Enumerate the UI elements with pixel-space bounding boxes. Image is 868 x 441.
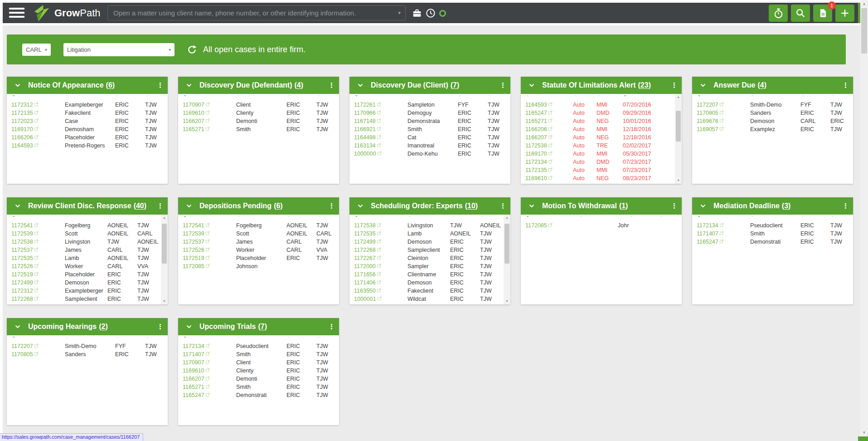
external-link-icon[interactable] [377,288,381,292]
sort-caret-icon[interactable]: ˆ [316,217,339,220]
chevron-down-icon[interactable] [15,83,20,87]
external-link-icon[interactable] [34,118,39,122]
panel-count-link[interactable]: (4) [757,81,766,89]
case-number-link[interactable]: 1170907 [183,359,204,366]
external-link-icon[interactable] [206,102,210,106]
advanced-search-button[interactable] [791,5,810,22]
sort-caret-icon[interactable]: ˆ [750,96,800,100]
chevron-down-icon[interactable] [15,325,20,328]
case-number-link[interactable]: 1166206 [525,126,547,132]
clock-icon[interactable] [426,8,436,18]
external-link-icon[interactable] [377,127,381,131]
external-link-icon[interactable] [206,231,210,235]
panel-count-link[interactable]: (6) [274,202,283,210]
kebab-menu-icon[interactable]: ⋮ [671,80,678,90]
case-number-link[interactable]: 1172268 [11,296,33,302]
case-number-link[interactable]: 1165247 [697,239,718,245]
panel-count-link[interactable]: (23) [638,81,651,89]
case-number-link[interactable]: 1172134 [525,159,547,165]
case-number-link[interactable]: 1172526 [11,263,33,270]
sort-caret-icon[interactable]: ˇ [354,217,407,220]
panel-count-link[interactable]: (4) [295,81,304,89]
case-number-link[interactable]: 1171656 [354,271,376,278]
case-number-link[interactable]: 1170805 [697,110,718,116]
sort-caret-icon[interactable]: ˆ [596,96,623,100]
matter-search-input[interactable] [107,5,406,20]
sort-caret-icon[interactable]: ˆ [525,96,573,100]
kebab-menu-icon[interactable]: ⋮ [157,80,164,90]
sort-caret-icon[interactable]: ˆ [579,217,629,220]
external-link-icon[interactable] [377,255,381,260]
chevron-down-icon[interactable] [358,204,363,208]
panel-scrollbar[interactable]: ▲▼ [675,94,682,184]
status-circle-icon[interactable] [439,10,446,17]
external-link-icon[interactable] [34,135,39,139]
briefcase-icon[interactable] [412,8,422,18]
practice-area-select[interactable]: Litigation ▾ [63,43,175,56]
case-number-link[interactable]: 1172267 [354,255,376,261]
case-number-link[interactable]: 1172000 [354,263,376,270]
external-link-icon[interactable] [377,102,381,106]
external-link-icon[interactable] [206,247,210,251]
panel-count-link[interactable]: (2) [99,323,108,331]
external-link-icon[interactable] [206,352,210,356]
external-link-icon[interactable] [206,127,210,131]
external-link-icon[interactable] [377,143,381,147]
sort-caret-icon[interactable]: ˇ [697,217,750,220]
kebab-menu-icon[interactable]: ⋮ [499,80,506,90]
chevron-down-icon[interactable] [700,204,706,208]
panel-scrollbar[interactable]: ▲▼ [161,215,168,304]
sort-caret-icon[interactable]: ˆ [286,217,316,220]
case-number-link[interactable]: 1164593 [525,102,547,108]
case-number-link[interactable]: 1172085 [183,263,204,270]
sort-caret-icon[interactable]: ˆ [286,338,316,341]
sort-caret-icon[interactable]: ˇ [697,96,750,100]
external-link-icon[interactable] [377,264,381,268]
case-number-link[interactable]: 1166207 [183,376,204,382]
case-number-link[interactable]: 1172537 [11,247,33,253]
sort-caret-icon[interactable]: ˆ [236,217,286,220]
panel-count-link[interactable]: (7) [451,81,460,89]
case-number-link[interactable]: 1172499 [11,279,33,286]
external-link-icon[interactable] [34,296,39,300]
external-link-icon[interactable] [34,239,39,243]
case-number-link[interactable]: 1000001 [354,296,376,302]
external-link-icon[interactable] [548,135,553,139]
chevron-down-icon[interactable] [529,204,534,208]
user-filter-select[interactable]: CARL ▾ [22,44,51,56]
sort-caret-icon[interactable]: ˆ [107,217,137,220]
external-link-icon[interactable] [720,110,724,114]
external-link-icon[interactable] [378,151,382,155]
external-link-icon[interactable] [34,143,39,147]
case-number-link[interactable]: 1169610 [525,175,547,181]
external-link-icon[interactable] [548,151,553,155]
sort-caret-icon[interactable]: ˇ [183,338,236,341]
case-number-link[interactable]: 1172539 [183,230,204,237]
sort-caret-icon[interactable]: ˇ [183,217,236,220]
panel-count-link[interactable]: (10) [465,202,478,210]
case-number-link[interactable]: 1165271 [183,384,204,390]
case-number-link[interactable]: 1165247 [525,110,547,116]
external-link-icon[interactable] [720,231,724,235]
sort-caret-icon[interactable]: ˆ [65,96,115,100]
case-number-link[interactable]: 1165247 [183,392,204,398]
panel-count-link[interactable]: (40) [134,202,146,210]
case-number-link[interactable]: 1172526 [183,247,204,253]
scroll-up-arrow-icon[interactable]: ▲ [677,95,680,99]
external-link-icon[interactable] [206,343,210,348]
external-link-icon[interactable] [34,127,39,131]
case-number-link[interactable]: 1169610 [183,368,204,374]
sort-caret-icon[interactable]: ˆ [629,217,659,220]
external-link-icon[interactable] [720,127,724,131]
documents-button[interactable]: 1 [813,5,832,22]
page-scrollbar[interactable]: ▲ ▼ [860,0,868,441]
sort-caret-icon[interactable]: ˆ [65,217,107,220]
external-link-icon[interactable] [548,223,553,227]
scroll-up-arrow-icon[interactable]: ▲ [860,2,868,6]
hamburger-menu-icon[interactable] [9,8,24,18]
sort-caret-icon[interactable]: ˆ [458,96,488,100]
external-link-icon[interactable] [548,127,553,131]
case-number-link[interactable]: 1172023 [11,118,33,124]
external-link-icon[interactable] [34,352,39,356]
external-link-icon[interactable] [548,167,553,172]
